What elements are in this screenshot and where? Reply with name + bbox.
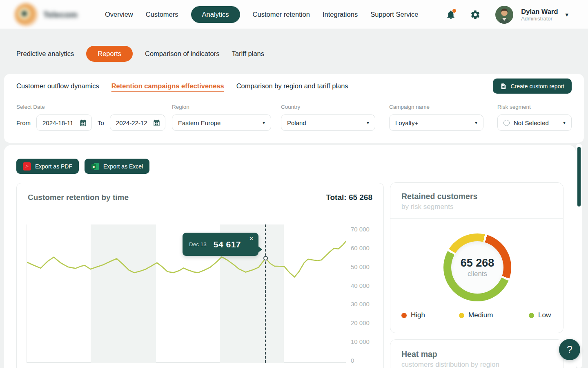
nav-item-analytics[interactable]: Analytics [191,6,240,23]
donut-center-value: 65 268 [461,257,494,269]
legend-dot-high [401,313,407,318]
help-button[interactable]: ? [559,339,580,360]
user-name: Dylan Ward [521,7,558,16]
legend-item-low: Low [529,311,551,319]
donut-title: Retained customers [401,192,552,201]
nav-item-integrations[interactable]: Integrations [323,11,358,18]
filter-campaign: Campaign name Loyalty+ ▾ [389,104,483,131]
settings-button[interactable] [470,9,481,20]
tooltip-date: Dec 13 [189,241,207,247]
filter-risk-segment: Risk segment Not Selected ▾ [497,104,572,131]
y-axis-tick: 40 000 [351,282,370,289]
user-menu-chevron-down-icon[interactable]: ▾ [565,11,568,18]
brand-name: Telecom [43,10,78,20]
radio-unselected-icon [503,120,510,126]
export-excel-label: Export as Excel [103,163,143,170]
brand-logo-icon [15,3,38,26]
filter-campaign-label: Campaign name [389,104,483,110]
export-pdf-button[interactable]: Export as PDF [16,159,79,174]
date-from-label: From [16,119,31,126]
risk-select-value: Not Selected [514,119,563,126]
y-axis-tick: 70 000 [351,226,370,233]
analytics-section-tabs: Predictive analytics Reports Comparison … [16,46,264,62]
export-excel-button[interactable]: x Export as Excel [85,159,149,174]
user-role: Administrator [521,16,558,22]
report-content-card: Export as PDF x Export as Excel Customer… [4,145,576,368]
region-select-value: Eastern Europe [178,119,263,126]
notification-dot [452,9,456,13]
user-avatar[interactable] [495,6,513,24]
date-to-value: 2024-22-12 [116,119,147,126]
filter-country: Country Poland ▾ [281,104,375,131]
excel-file-icon: x [91,162,99,171]
subtab-comparison-by-region[interactable]: Comparison by region and tariff plans [236,82,348,90]
heatmap-title: Heat map [401,350,552,359]
nav-item-customer-retention[interactable]: Customer retention [253,11,310,18]
y-axis-tick: 30 000 [351,301,370,307]
heatmap-subtitle: customers distribution by region [401,361,552,368]
legend-item-high: High [401,311,425,319]
export-pdf-label: Export as PDF [35,163,72,170]
donut-center: 65 268 clients [451,241,503,294]
avatar-photo [495,6,513,24]
retention-by-time-card: Customer retention by time Total: 65 268… [16,183,384,368]
tooltip-close-icon[interactable]: ✕ [249,236,254,242]
create-custom-report-button[interactable]: Create custom report [493,79,572,94]
page-scrollbar-track[interactable] [576,144,582,368]
campaign-select[interactable]: Loyalty+ ▾ [389,114,483,131]
filter-country-label: Country [281,104,375,110]
filter-date: Select Date From 2024-18-11 To 2024-22-1… [16,104,165,131]
subtab-customer-outflow-dynamics[interactable]: Customer outflow dynamics [16,82,99,90]
calendar-icon[interactable] [153,119,160,126]
chevron-down-icon: ▾ [563,120,566,126]
filter-region-label: Region [172,104,271,110]
report-filter-card: Customer outflow dynamics Retention camp… [4,74,584,143]
tooltip-value: 54 617 [214,240,241,249]
pdf-file-icon [23,162,31,171]
navbar-actions: Dylan Ward Administrator ▾ [445,0,588,29]
report-subtabs: Customer outflow dynamics Retention camp… [4,74,584,98]
date-to-input[interactable]: 2024-22-12 [110,114,165,131]
notifications-button[interactable] [445,9,456,20]
donut-subtitle: by risk segments [401,203,552,211]
chart-cursor-line [265,224,266,363]
filter-date-label: Select Date [16,104,165,110]
subtab-retention-campaigns-effectiveness[interactable]: Retention campaigns effectiveness [111,82,224,90]
filters-row: Select Date From 2024-18-11 To 2024-22-1… [4,98,584,142]
chevron-down-icon: ▾ [263,120,265,126]
question-mark-icon: ? [567,344,572,356]
y-axis-tick: 20 000 [351,319,370,326]
tab-reports[interactable]: Reports [86,46,133,62]
retained-customers-card: Retained customers by risk segments 65 2… [390,182,564,333]
nav-item-overview[interactable]: Overview [105,11,133,18]
date-from-value: 2024-18-11 [42,119,74,126]
legend-item-medium: Medium [459,311,493,319]
document-icon [500,83,507,90]
line-chart-title: Customer retention by time [28,193,129,202]
date-from-input[interactable]: 2024-18-11 [36,114,92,131]
calendar-icon[interactable] [80,119,87,126]
chevron-down-icon: ▾ [475,120,477,126]
tab-predictive-analytics[interactable]: Predictive analytics [16,50,74,58]
user-info[interactable]: Dylan Ward Administrator [521,7,558,22]
tab-comparison-of-indicators[interactable]: Comparison of indicators [145,50,220,58]
line-chart-plot: Dec 13 54 617 ✕ [27,224,346,363]
heat-map-card: Heat map customers distribution by regio… [390,339,564,368]
chart-tooltip: Dec 13 54 617 ✕ [183,233,258,256]
navbar: Telecom Overview Customers Analytics Cus… [0,0,588,29]
chart-marker-dot [263,256,268,260]
legend-dot-low [529,313,534,318]
gear-icon [470,9,481,20]
svg-text:x: x [92,164,95,169]
page-scrollbar-thumb[interactable] [577,147,581,206]
filter-risk-label: Risk segment [497,104,572,110]
tab-tariff-plans[interactable]: Tariff plans [232,50,265,58]
country-select[interactable]: Poland ▾ [281,114,375,131]
chevron-down-icon: ▾ [367,120,369,126]
nav-item-customers[interactable]: Customers [146,11,178,18]
y-axis-tick: 60 000 [351,245,370,251]
risk-segment-select[interactable]: Not Selected ▾ [497,114,572,131]
y-axis-tick: 50 000 [351,263,370,270]
nav-item-support-service[interactable]: Support Service [370,11,418,18]
region-select[interactable]: Eastern Europe ▾ [172,114,271,131]
